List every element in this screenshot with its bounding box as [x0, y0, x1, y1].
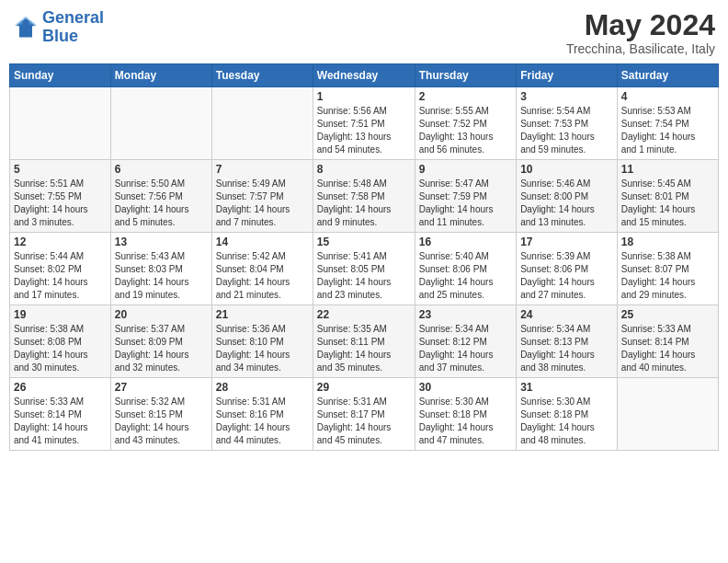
day-info: Sunrise: 5:50 AM Sunset: 7:56 PM Dayligh… [115, 178, 208, 229]
logo-icon [13, 15, 39, 40]
calendar-cell: 1Sunrise: 5:56 AM Sunset: 7:51 PM Daylig… [313, 87, 415, 160]
day-number: 18 [621, 236, 714, 248]
calendar-table: SundayMondayTuesdayWednesdayThursdayFrid… [9, 63, 719, 451]
calendar-cell: 9Sunrise: 5:47 AM Sunset: 7:59 PM Daylig… [415, 160, 516, 233]
day-info: Sunrise: 5:45 AM Sunset: 8:01 PM Dayligh… [621, 178, 714, 229]
day-info: Sunrise: 5:37 AM Sunset: 8:09 PM Dayligh… [115, 323, 208, 374]
calendar-cell: 13Sunrise: 5:43 AM Sunset: 8:03 PM Dayli… [110, 233, 211, 305]
day-number: 8 [317, 163, 411, 176]
calendar-week-row: 26Sunrise: 5:33 AM Sunset: 8:14 PM Dayli… [10, 378, 719, 451]
day-info: Sunrise: 5:49 AM Sunset: 7:57 PM Dayligh… [216, 178, 309, 229]
day-of-week-header: Tuesday [211, 64, 313, 87]
day-number: 26 [14, 381, 107, 394]
location-subtitle: Trecchina, Basilicate, Italy [566, 41, 715, 56]
day-info: Sunrise: 5:48 AM Sunset: 7:58 PM Dayligh… [317, 178, 411, 229]
calendar-week-row: 5Sunrise: 5:51 AM Sunset: 7:55 PM Daylig… [10, 160, 719, 233]
calendar-cell: 4Sunrise: 5:53 AM Sunset: 7:54 PM Daylig… [617, 87, 718, 160]
day-number: 23 [419, 308, 512, 321]
day-number: 13 [115, 236, 208, 248]
logo-line2: Blue [42, 27, 78, 45]
day-of-week-header: Sunday [10, 64, 111, 87]
calendar-cell: 18Sunrise: 5:38 AM Sunset: 8:07 PM Dayli… [617, 233, 718, 305]
calendar-cell: 22Sunrise: 5:35 AM Sunset: 8:11 PM Dayli… [313, 305, 415, 378]
calendar-cell: 6Sunrise: 5:50 AM Sunset: 7:56 PM Daylig… [110, 160, 211, 233]
day-info: Sunrise: 5:33 AM Sunset: 8:14 PM Dayligh… [621, 323, 714, 374]
calendar-cell: 16Sunrise: 5:40 AM Sunset: 8:06 PM Dayli… [415, 233, 516, 305]
day-number: 16 [419, 236, 512, 248]
calendar-cell [211, 87, 313, 160]
calendar-cell: 11Sunrise: 5:45 AM Sunset: 8:01 PM Dayli… [617, 160, 718, 233]
logo-text: General Blue [42, 9, 104, 46]
calendar-cell: 23Sunrise: 5:34 AM Sunset: 8:12 PM Dayli… [415, 305, 516, 378]
day-info: Sunrise: 5:39 AM Sunset: 8:06 PM Dayligh… [520, 250, 613, 302]
day-number: 22 [317, 308, 411, 321]
day-info: Sunrise: 5:31 AM Sunset: 8:16 PM Dayligh… [216, 396, 309, 447]
calendar-cell: 24Sunrise: 5:34 AM Sunset: 8:13 PM Dayli… [517, 305, 618, 378]
day-info: Sunrise: 5:40 AM Sunset: 8:06 PM Dayligh… [419, 250, 512, 302]
svg-marker-0 [17, 17, 36, 37]
day-info: Sunrise: 5:35 AM Sunset: 8:11 PM Dayligh… [317, 323, 411, 374]
calendar-cell: 10Sunrise: 5:46 AM Sunset: 8:00 PM Dayli… [517, 160, 618, 233]
calendar-week-row: 12Sunrise: 5:44 AM Sunset: 8:02 PM Dayli… [10, 233, 719, 305]
day-number: 1 [317, 90, 411, 103]
day-number: 6 [115, 163, 208, 176]
day-number: 10 [520, 163, 613, 176]
calendar-cell: 31Sunrise: 5:30 AM Sunset: 8:18 PM Dayli… [517, 378, 618, 451]
month-year-title: May 2024 [566, 9, 715, 41]
day-info: Sunrise: 5:47 AM Sunset: 7:59 PM Dayligh… [419, 178, 512, 229]
calendar-week-row: 1Sunrise: 5:56 AM Sunset: 7:51 PM Daylig… [10, 87, 719, 160]
day-info: Sunrise: 5:34 AM Sunset: 8:12 PM Dayligh… [419, 323, 512, 374]
title-block: May 2024 Trecchina, Basilicate, Italy [566, 9, 715, 56]
day-of-week-header: Saturday [617, 64, 718, 87]
day-number: 7 [216, 163, 309, 176]
calendar-cell: 12Sunrise: 5:44 AM Sunset: 8:02 PM Dayli… [10, 233, 111, 305]
day-number: 27 [115, 381, 208, 394]
day-info: Sunrise: 5:56 AM Sunset: 7:51 PM Dayligh… [317, 105, 411, 156]
logo-line1: General [42, 8, 104, 27]
day-number: 31 [520, 381, 613, 394]
day-number: 17 [520, 236, 613, 248]
day-info: Sunrise: 5:30 AM Sunset: 8:18 PM Dayligh… [520, 396, 613, 447]
day-number: 4 [621, 90, 714, 103]
day-info: Sunrise: 5:32 AM Sunset: 8:15 PM Dayligh… [115, 396, 208, 447]
day-of-week-header: Wednesday [313, 64, 415, 87]
day-number: 30 [419, 381, 512, 394]
day-of-week-header: Thursday [415, 64, 516, 87]
day-number: 20 [115, 308, 208, 321]
calendar-cell [110, 87, 211, 160]
calendar-cell [617, 378, 718, 451]
day-info: Sunrise: 5:54 AM Sunset: 7:53 PM Dayligh… [520, 105, 613, 156]
day-number: 14 [216, 236, 309, 248]
day-number: 25 [621, 308, 714, 321]
day-info: Sunrise: 5:36 AM Sunset: 8:10 PM Dayligh… [216, 323, 309, 374]
day-info: Sunrise: 5:33 AM Sunset: 8:14 PM Dayligh… [14, 396, 107, 447]
calendar-cell: 17Sunrise: 5:39 AM Sunset: 8:06 PM Dayli… [517, 233, 618, 305]
day-info: Sunrise: 5:41 AM Sunset: 8:05 PM Dayligh… [317, 250, 411, 302]
calendar-week-row: 19Sunrise: 5:38 AM Sunset: 8:08 PM Dayli… [10, 305, 719, 378]
calendar-cell: 20Sunrise: 5:37 AM Sunset: 8:09 PM Dayli… [110, 305, 211, 378]
day-info: Sunrise: 5:46 AM Sunset: 8:00 PM Dayligh… [520, 178, 613, 229]
calendar-cell: 28Sunrise: 5:31 AM Sunset: 8:16 PM Dayli… [211, 378, 313, 451]
day-number: 29 [317, 381, 411, 394]
calendar-cell: 14Sunrise: 5:42 AM Sunset: 8:04 PM Dayli… [211, 233, 313, 305]
calendar-header-row: SundayMondayTuesdayWednesdayThursdayFrid… [10, 64, 719, 87]
page-header: General Blue May 2024 Trecchina, Basilic… [9, 9, 719, 56]
day-info: Sunrise: 5:34 AM Sunset: 8:13 PM Dayligh… [520, 323, 613, 374]
calendar-cell: 5Sunrise: 5:51 AM Sunset: 7:55 PM Daylig… [10, 160, 111, 233]
calendar-cell: 2Sunrise: 5:55 AM Sunset: 7:52 PM Daylig… [415, 87, 516, 160]
calendar-cell: 29Sunrise: 5:31 AM Sunset: 8:17 PM Dayli… [313, 378, 415, 451]
calendar-cell: 30Sunrise: 5:30 AM Sunset: 8:18 PM Dayli… [415, 378, 516, 451]
day-number: 21 [216, 308, 309, 321]
calendar-cell: 26Sunrise: 5:33 AM Sunset: 8:14 PM Dayli… [10, 378, 111, 451]
day-info: Sunrise: 5:43 AM Sunset: 8:03 PM Dayligh… [115, 250, 208, 302]
day-of-week-header: Monday [110, 64, 211, 87]
day-number: 2 [419, 90, 512, 103]
day-of-week-header: Friday [517, 64, 618, 87]
day-info: Sunrise: 5:51 AM Sunset: 7:55 PM Dayligh… [14, 178, 107, 229]
day-info: Sunrise: 5:44 AM Sunset: 8:02 PM Dayligh… [14, 250, 107, 302]
day-number: 24 [520, 308, 613, 321]
calendar-cell: 3Sunrise: 5:54 AM Sunset: 7:53 PM Daylig… [517, 87, 618, 160]
day-number: 12 [14, 236, 107, 248]
day-info: Sunrise: 5:55 AM Sunset: 7:52 PM Dayligh… [419, 105, 512, 156]
logo: General Blue [13, 9, 104, 46]
